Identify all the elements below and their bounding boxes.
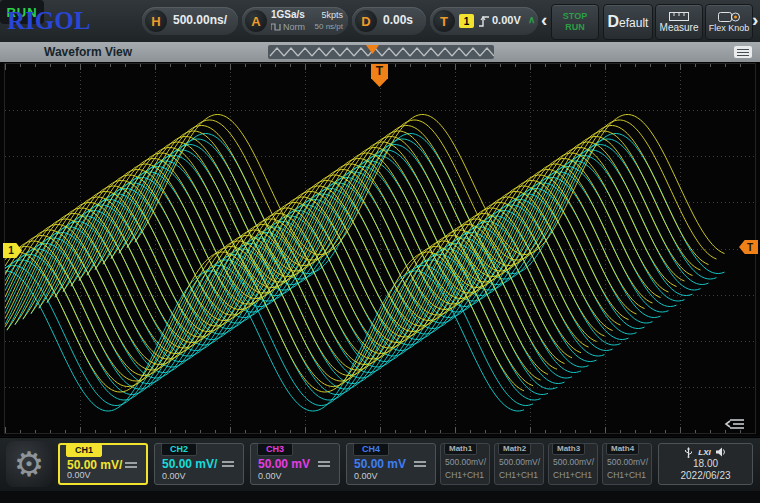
channel4-scale: 50.00 mV <box>354 457 406 471</box>
channel1-cell[interactable]: CH1 50.00 mV/ 0.00V <box>58 443 148 485</box>
math3-scale: 500.00mV/ <box>553 457 594 467</box>
channel1-offset: 0.00V <box>67 470 91 480</box>
waveform-canvas[interactable] <box>5 64 755 433</box>
system-date: 2022/06/23 <box>680 470 730 482</box>
ruler-icon <box>669 12 689 21</box>
gear-icon: ⚙ <box>14 444 44 484</box>
measure-button[interactable]: Measure <box>655 4 703 40</box>
channel4-tab: CH4 <box>353 443 389 456</box>
default-button[interactable]: Default <box>603 4 653 40</box>
trigger-level-value: 0.00V <box>492 14 521 26</box>
trigger-settings-button[interactable]: T 1 0.00V ∧ <box>430 7 538 35</box>
channel2-scale: 50.00 mV/ <box>162 457 217 471</box>
default-initial: D <box>608 13 620 30</box>
math1-scale: 500.00mV/ <box>445 457 486 467</box>
d-key-icon: D <box>355 10 377 32</box>
stop-run-label-2: RUN <box>563 22 587 33</box>
t-key-icon: T <box>433 10 455 32</box>
channel1-tab: CH1 <box>66 444 102 457</box>
stop-run-label-1: STOP <box>563 11 587 22</box>
settings-gear-button[interactable]: ⚙ <box>6 441 52 487</box>
view-tab-bar: Waveform View <box>0 42 760 63</box>
usb-icon <box>684 447 693 458</box>
math4-cell[interactable]: Math4 500.00mV/ CH1+CH1 <box>602 443 652 485</box>
speaker-icon <box>716 447 727 457</box>
dc-coupling-icon <box>222 461 234 470</box>
a-key-icon: A <box>245 10 267 32</box>
math2-tab: Math2 <box>498 443 531 455</box>
channel-status-bar: ⚙ CH1 50.00 mV/ 0.00V CH2 50.00 mV/ 0.00… <box>0 437 760 491</box>
display-menu-button[interactable] <box>734 46 752 58</box>
trigger-slope-icon <box>478 14 490 32</box>
channel2-cell[interactable]: CH2 50.00 mV/ 0.00V <box>154 443 244 485</box>
channel3-offset: 0.00V <box>258 471 282 481</box>
math3-cell[interactable]: Math3 500.00mV/ CH1+CH1 <box>548 443 598 485</box>
brand-logo: RIGOL <box>7 7 90 35</box>
flex-knob-icon <box>718 11 740 22</box>
channel3-scale: 50.00 mV <box>258 457 310 471</box>
measure-label: Measure <box>660 22 699 33</box>
dc-coupling-icon <box>414 461 426 470</box>
h-key-icon: H <box>145 10 167 32</box>
stop-run-button[interactable]: STOP RUN <box>551 4 599 40</box>
system-status-cell[interactable]: LXI 18.00 2022/06/23 <box>658 443 753 485</box>
channel2-tab: CH2 <box>161 443 197 456</box>
sample-rate-value: 1GSa/s <box>271 9 305 21</box>
delay-value: 0.00s <box>383 13 413 27</box>
square-wave-icon <box>271 23 281 31</box>
sample-interval-value: 50 ns/pt <box>315 21 343 33</box>
channel4-cell[interactable]: CH4 50.00 mV 0.00V <box>346 443 436 485</box>
dc-coupling-icon <box>125 462 137 471</box>
math4-tab: Math4 <box>606 443 639 455</box>
memory-waveform-pattern <box>268 45 494 59</box>
system-time: 18.00 <box>693 458 718 470</box>
math3-expression: CH1+CH1 <box>553 470 592 480</box>
acquisition-settings-button[interactable]: A 1GSa/s 5kpts Norm 50 ns/pt <box>242 7 348 35</box>
math3-tab: Math3 <box>552 443 585 455</box>
channel3-tab: CH3 <box>257 443 293 456</box>
toolbar-scroll-right-icon[interactable]: › <box>752 8 758 32</box>
math1-cell[interactable]: Math1 500.00mV/ CH1+CH1 <box>440 443 490 485</box>
memory-depth-value: 5kpts <box>321 9 343 21</box>
acquisition-mode-label: Norm <box>283 21 305 33</box>
channel3-cell[interactable]: CH3 50.00 mV 0.00V <box>250 443 340 485</box>
tab-waveform-view[interactable]: Waveform View <box>44 45 132 59</box>
default-label: efault <box>619 16 648 30</box>
math2-scale: 500.00mV/ <box>499 457 540 467</box>
math4-scale: 500.00mV/ <box>607 457 648 467</box>
delay-settings-button[interactable]: D 0.00s <box>352 7 426 35</box>
dc-coupling-icon <box>318 461 330 470</box>
channel2-offset: 0.00V <box>162 471 186 481</box>
math4-expression: CH1+CH1 <box>607 470 646 480</box>
flex-knob-button[interactable]: Flex Knob <box>705 4 753 40</box>
oscilloscope-screen: RIGOL RUN H 500.00ns/ A 1GSa/s 5kpts <box>0 0 760 503</box>
memory-position-indicator[interactable] <box>268 45 494 59</box>
math2-cell[interactable]: Math2 500.00mV/ CH1+CH1 <box>494 443 544 485</box>
horizontal-scale-value: 500.00ns/ <box>173 13 227 27</box>
trigger-source-badge: 1 <box>459 14 474 28</box>
channel4-offset: 0.00V <box>354 471 378 481</box>
math1-tab: Math1 <box>444 443 477 455</box>
math2-expression: CH1+CH1 <box>499 470 538 480</box>
horizontal-settings-button[interactable]: H 500.00ns/ <box>142 7 238 35</box>
flex-knob-label: Flex Knob <box>709 23 750 33</box>
top-toolbar: RIGOL RUN H 500.00ns/ A 1GSa/s 5kpts <box>0 0 760 43</box>
math1-expression: CH1+CH1 <box>445 470 484 480</box>
lxi-badge: LXI <box>698 448 710 457</box>
trigger-coupling-mark: ∧ <box>528 14 535 25</box>
toolbar-scroll-left-icon[interactable]: ‹ <box>541 8 547 32</box>
waveform-display: T 1 T <box>0 62 760 436</box>
results-collapse-icon[interactable] <box>722 416 750 432</box>
